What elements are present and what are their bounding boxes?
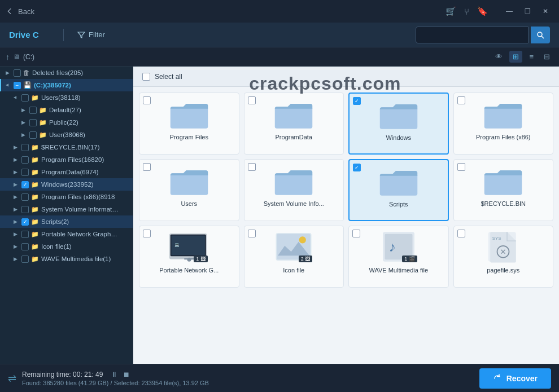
pause-button[interactable]: ⏸	[111, 371, 117, 378]
sidebar-item-program_files[interactable]: ▶📁Program Files(16820)	[0, 153, 133, 166]
select-all-checkbox[interactable]	[142, 73, 150, 81]
expand-arrow-user[interactable]: ▶	[19, 131, 27, 139]
folder-icon-scripts: 📁	[31, 218, 39, 226]
tree-checkbox-wave[interactable]	[21, 256, 29, 263]
tree-checkbox-deleted[interactable]	[14, 69, 21, 77]
tree-checkbox-program_files[interactable]	[21, 156, 29, 164]
close-button[interactable]: ✕	[538, 3, 553, 19]
sidebar-item-icon_file[interactable]: ▶📁Icon file(1)	[0, 240, 133, 253]
tree-checkbox-public[interactable]	[29, 119, 37, 126]
grid-item-label-program_data: ProgramData	[276, 134, 312, 140]
detail-view-button[interactable]: ⊟	[540, 51, 553, 63]
recover-button[interactable]: Recover	[479, 368, 551, 389]
tree-checkbox-program_data[interactable]	[21, 169, 29, 176]
grid-item-wave_file[interactable]: ♪ 1 🎬WAVE Multimedia file	[348, 226, 449, 288]
list-view-button[interactable]: ≡	[526, 51, 537, 63]
grid-item-windows[interactable]: Windows	[348, 93, 449, 155]
tree-checkbox-user[interactable]	[29, 131, 37, 139]
search-input[interactable]	[416, 27, 529, 43]
tree-label-user: User(38068)	[49, 131, 85, 138]
grid-item-checkbox-png_files[interactable]	[143, 230, 151, 237]
sidebar-item-users_root[interactable]: ▼📁Users(38118)	[0, 91, 133, 104]
share-icon[interactable]: ⑂	[464, 7, 469, 16]
expand-arrow-program_data[interactable]: ▶	[11, 168, 19, 176]
grid-item-checkbox-program_files_x86[interactable]	[457, 96, 465, 104]
grid-item-program_files[interactable]: Program Files	[139, 93, 239, 155]
expand-arrow-png[interactable]: ▶	[11, 230, 19, 238]
expand-arrow-deleted[interactable]: ▶	[3, 69, 11, 77]
tree-checkbox-windows[interactable]	[21, 181, 29, 188]
sidebar-item-program_files_x86[interactable]: ▶📁Program Files (x86)(8918	[0, 191, 133, 203]
tree-label-recycle: $RECYCLE.BIN(17)	[41, 144, 100, 151]
grid-item-png_files[interactable]: 💻 1 🖼Portable Network G...	[139, 226, 239, 288]
preview-view-button[interactable]: 👁	[492, 51, 506, 63]
expand-arrow-system_volume[interactable]: ▶	[11, 205, 19, 213]
status-text: Remaining time: 00: 21: 49 ⏸ ⏹ Found: 38…	[22, 371, 209, 386]
tree-checkbox-recycle[interactable]	[21, 144, 29, 151]
path-up-button[interactable]: ↑	[6, 52, 10, 61]
sidebar-item-drive_c[interactable]: ▼💾(C:)(385072)	[0, 79, 133, 91]
minimize-button[interactable]: —	[501, 3, 517, 19]
grid-item-label-system_volume: System Volume Info...	[264, 200, 324, 207]
sidebar-item-public[interactable]: ▶📁Public(22)	[0, 116, 133, 129]
sidebar-item-png[interactable]: ▶📁Portable Network Graph…	[0, 228, 133, 240]
grid-item-scripts[interactable]: Scripts	[348, 159, 449, 221]
expand-arrow-icon_file[interactable]: ▶	[11, 243, 19, 250]
expand-arrow-drive_c[interactable]: ▼	[3, 81, 11, 89]
back-button[interactable]: Back	[6, 7, 34, 16]
grid-item-program_files_x86[interactable]: Program Files (x86)	[453, 93, 554, 155]
select-all-label: Select all	[155, 73, 182, 81]
file-badge-png_files: 1 🖼	[194, 256, 208, 262]
expand-arrow-public[interactable]: ▶	[19, 118, 27, 126]
sidebar-item-default[interactable]: ▶📁Default(27)	[0, 104, 133, 116]
grid-item-checkbox-scripts[interactable]	[353, 164, 361, 171]
grid-item-checkbox-pagefile[interactable]	[457, 230, 465, 237]
grid-item-checkbox-program_files[interactable]	[143, 96, 151, 104]
tree-checkbox-users_root[interactable]	[21, 94, 29, 102]
tree-checkbox-default[interactable]	[29, 107, 37, 114]
expand-arrow-recycle[interactable]: ▶	[11, 143, 19, 151]
expand-arrow-windows[interactable]: ▶	[11, 180, 19, 188]
grid-item-system_volume[interactable]: System Volume Info...	[244, 159, 344, 221]
grid-item-checkbox-wave_file[interactable]	[352, 230, 360, 237]
search-button[interactable]	[531, 27, 550, 43]
sidebar-item-program_data[interactable]: ▶📁ProgramData(6974)	[0, 166, 133, 178]
grid-view-button[interactable]: ⊞	[509, 51, 522, 63]
grid-item-checkbox-users[interactable]	[143, 163, 151, 171]
grid-item-checkbox-system_volume[interactable]	[248, 163, 256, 171]
expand-arrow-scripts[interactable]: ▶	[11, 218, 19, 226]
tree-checkbox-png[interactable]	[21, 231, 29, 238]
grid-item-checkbox-windows[interactable]	[353, 97, 361, 105]
sidebar-item-system_volume[interactable]: ▶📁System Volume Informat…	[0, 203, 133, 215]
tree-checkbox-scripts[interactable]	[21, 218, 29, 226]
tree-checkbox-drive_c[interactable]	[14, 82, 21, 89]
grid-item-label-windows: Windows	[386, 134, 411, 141]
expand-arrow-program_files_x86[interactable]: ▶	[11, 193, 19, 201]
grid-item-checkbox-program_data[interactable]	[248, 96, 256, 104]
stop-button[interactable]: ⏹	[123, 371, 130, 378]
grid-item-checkbox-icon_file[interactable]	[248, 230, 256, 237]
restore-button[interactable]: ❐	[519, 3, 535, 19]
expand-arrow-program_files[interactable]: ▶	[11, 156, 19, 164]
sidebar-item-user[interactable]: ▶📁User(38068)	[0, 129, 133, 141]
sidebar-item-scripts[interactable]: ▶📁Scripts(2)	[0, 215, 133, 228]
tree-checkbox-program_files_x86[interactable]	[21, 193, 29, 201]
grid-item-checkbox-recycle_bin[interactable]	[457, 163, 465, 171]
tree-checkbox-system_volume[interactable]	[21, 206, 29, 213]
sidebar-item-wave[interactable]: ▶📁WAVE Multimedia file(1)	[0, 253, 133, 265]
grid-item-pagefile[interactable]: SYS pagefile.sys	[453, 226, 554, 288]
expand-arrow-wave[interactable]: ▶	[11, 255, 19, 263]
bookmark-icon[interactable]: 🔖	[477, 6, 488, 16]
grid-item-program_data[interactable]: ProgramData	[244, 93, 344, 155]
expand-arrow-users_root[interactable]: ▼	[11, 94, 19, 102]
filter-button[interactable]: Filter	[73, 28, 110, 41]
sidebar-item-windows[interactable]: ▶📁Windows(233952)	[0, 178, 133, 191]
sidebar-item-deleted[interactable]: ▶🗑Deleted files(205)	[0, 67, 133, 79]
expand-arrow-default[interactable]: ▶	[19, 106, 27, 114]
grid-item-users[interactable]: Users	[139, 159, 239, 221]
grid-item-icon_file[interactable]: 2 🖼Icon file	[244, 226, 344, 288]
sidebar-item-recycle[interactable]: ▶📁$RECYCLE.BIN(17)	[0, 141, 133, 153]
tree-checkbox-icon_file[interactable]	[21, 243, 29, 250]
cart-icon[interactable]: 🛒	[446, 6, 456, 16]
grid-item-recycle_bin[interactable]: $RECYCLE.BIN	[453, 159, 554, 221]
